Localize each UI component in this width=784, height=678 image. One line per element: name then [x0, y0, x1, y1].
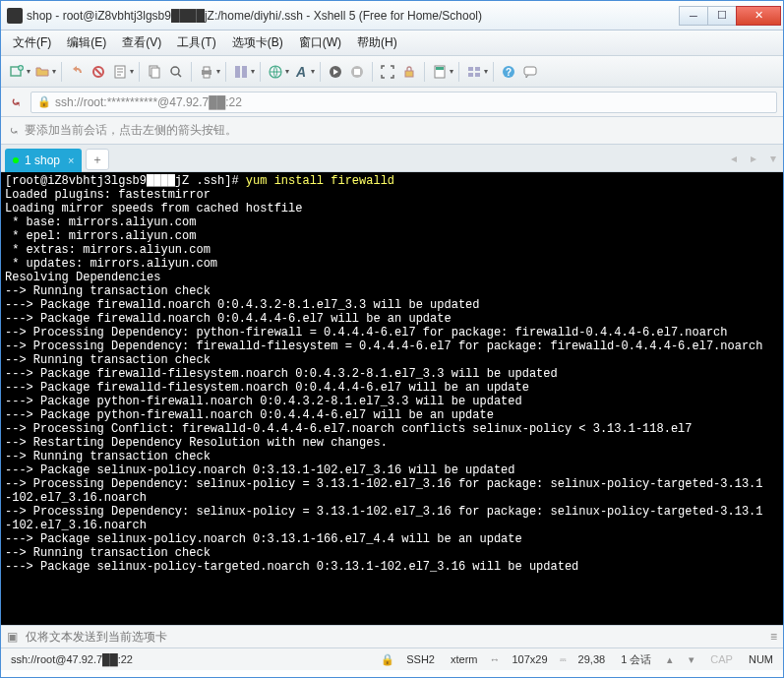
ssh-icon: 🔒 [381, 653, 394, 666]
search-icon[interactable] [166, 61, 186, 83]
help-icon[interactable]: ? [499, 61, 518, 83]
svg-rect-16 [405, 71, 413, 77]
disconnect-icon[interactable] [89, 61, 108, 83]
script-icon[interactable] [326, 61, 345, 83]
svg-rect-25 [524, 67, 536, 75]
feedback-icon[interactable] [520, 61, 540, 83]
dropdown-icon[interactable]: ▾ [27, 67, 30, 76]
dropdown-icon[interactable]: ▾ [450, 67, 453, 76]
layout-icon[interactable] [464, 61, 484, 83]
statusbar: ssh://root@47.92.7██:22 🔒 SSH2 xterm ↔ 1… [1, 648, 783, 670]
maximize-button[interactable]: ☐ [707, 6, 737, 26]
hint-text: 要添加当前会话，点击左侧的箭头按钮。 [25, 122, 237, 139]
sessions-down-icon[interactable]: ▾ [685, 653, 698, 666]
address-text: ssh://root:***********@47.92.7██:22 [55, 95, 242, 109]
terminal-output: Loaded plugins: fastestmirror Loading mi… [5, 188, 763, 574]
reconnect-icon[interactable] [67, 61, 87, 83]
pos-icon: ⎓ [560, 653, 567, 665]
svg-rect-15 [354, 69, 360, 75]
dropdown-icon[interactable]: ▾ [285, 67, 289, 76]
send-input-icon: ▣ [7, 630, 18, 644]
lock-icon: 🔒 [37, 95, 51, 108]
status-size: 107x29 [509, 653, 552, 665]
toolbar: ▾ ▾ ▾ ▾ ▾ ▾ A▾ ▾ ▾ ? [1, 56, 783, 88]
address-input[interactable]: 🔒 ssh://root:***********@47.92.7██:22 [30, 92, 777, 113]
svg-rect-18 [436, 67, 444, 70]
app-icon [7, 8, 23, 24]
status-cap: CAP [706, 653, 737, 665]
sessions-up-icon[interactable]: ▴ [663, 653, 677, 666]
globe-icon[interactable] [266, 61, 285, 83]
svg-rect-20 [475, 67, 480, 71]
properties-icon[interactable] [110, 61, 130, 83]
status-path: ssh://root@47.92.7██:22 [7, 653, 137, 665]
toggle-view-icon[interactable] [231, 61, 251, 83]
fullscreen-icon[interactable] [378, 61, 397, 83]
dropdown-icon[interactable]: ▾ [251, 67, 255, 76]
dropdown-icon[interactable]: ▾ [216, 67, 220, 76]
status-pos: 29,38 [574, 653, 610, 665]
hint-bar: ⤿ 要添加当前会话，点击左侧的箭头按钮。 [1, 117, 783, 145]
menu-tools[interactable]: 工具(T) [171, 32, 221, 53]
tab-prev-icon[interactable]: ◂ [724, 152, 744, 165]
svg-rect-19 [468, 67, 473, 71]
window-title: shop - root@iZ8vbhtj3lgsb9████jZ:/home/d… [27, 9, 680, 23]
menu-file[interactable]: 文件(F) [7, 32, 57, 53]
status-term: xterm [447, 653, 482, 665]
status-ssh: SSH2 [402, 653, 439, 665]
tab-label: 1 shop [25, 154, 60, 167]
status-dot-icon [13, 157, 19, 163]
svg-point-6 [171, 67, 179, 75]
svg-text:?: ? [506, 67, 512, 78]
status-num: NUM [745, 653, 777, 665]
tab-close-icon[interactable]: × [66, 154, 76, 166]
session-tab[interactable]: 1 shop × [5, 149, 82, 172]
hint-arrow-icon: ⤿ [9, 124, 19, 138]
svg-rect-21 [468, 73, 473, 77]
address-bar: ⤿ 🔒 ssh://root:***********@47.92.7██:22 [1, 88, 783, 117]
send-input[interactable] [24, 629, 764, 645]
menu-window[interactable]: 窗口(W) [293, 32, 347, 53]
print-icon[interactable] [197, 61, 216, 83]
copy-icon[interactable] [145, 61, 164, 83]
send-target-icon[interactable]: ≡ [770, 630, 777, 644]
send-input-bar: ▣ ≡ [1, 625, 783, 648]
menu-help[interactable]: 帮助(H) [351, 32, 403, 53]
dropdown-icon[interactable]: ▾ [311, 67, 315, 76]
svg-rect-9 [204, 74, 210, 78]
status-sessions: 1 会话 [617, 652, 655, 667]
font-icon[interactable]: A [291, 61, 311, 83]
svg-rect-10 [235, 66, 240, 78]
svg-rect-11 [242, 66, 247, 78]
menu-options[interactable]: 选项卡(B) [226, 32, 289, 53]
lock-icon[interactable] [399, 61, 419, 83]
tabstrip: 1 shop × ＋ ◂ ▸ ▾ [1, 145, 783, 172]
svg-rect-22 [475, 73, 480, 77]
calc-icon[interactable] [430, 61, 450, 83]
minimize-button[interactable]: ─ [679, 6, 708, 26]
tab-next-icon[interactable]: ▸ [744, 152, 763, 165]
menubar: 文件(F) 编辑(E) 查看(V) 工具(T) 选项卡(B) 窗口(W) 帮助(… [1, 31, 783, 56]
new-session-icon[interactable] [7, 61, 27, 83]
terminal[interactable]: [root@iZ8vbhtj3lgsb9████jZ .ssh]# yum in… [1, 172, 783, 625]
dropdown-icon[interactable]: ▾ [52, 67, 56, 76]
terminal-prompt: [root@iZ8vbhtj3lgsb9████jZ .ssh]# [5, 174, 246, 188]
terminal-command: yum install firewalld [246, 174, 394, 188]
svg-rect-5 [151, 68, 159, 78]
dropdown-icon[interactable]: ▾ [484, 67, 488, 76]
menu-view[interactable]: 查看(V) [116, 32, 167, 53]
add-session-arrow-icon[interactable]: ⤿ [7, 93, 25, 111]
dropdown-icon[interactable]: ▾ [130, 67, 134, 76]
close-button[interactable]: ✕ [736, 6, 781, 26]
size-icon: ↔ [490, 653, 501, 665]
menu-edit[interactable]: 编辑(E) [61, 32, 112, 53]
tab-list-icon[interactable]: ▾ [763, 152, 783, 165]
titlebar: shop - root@iZ8vbhtj3lgsb9████jZ:/home/d… [1, 1, 783, 31]
svg-rect-8 [204, 67, 210, 71]
stop-icon[interactable] [347, 61, 367, 83]
open-session-icon[interactable] [32, 61, 52, 83]
new-tab-button[interactable]: ＋ [86, 149, 109, 170]
